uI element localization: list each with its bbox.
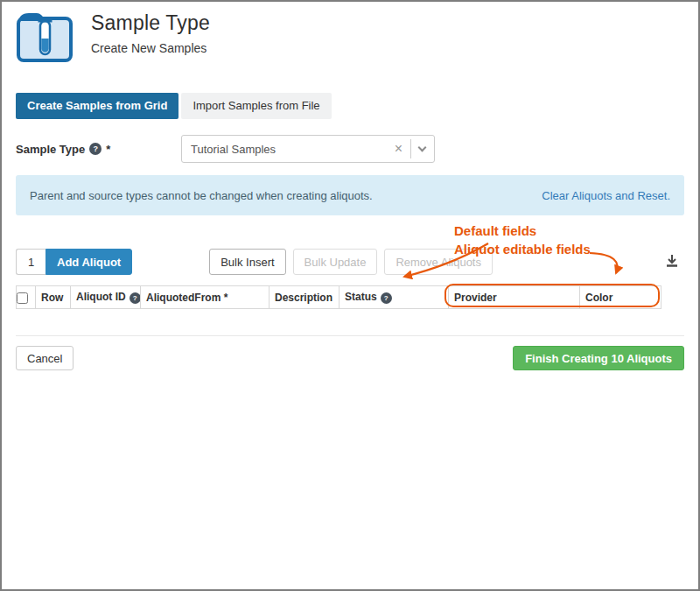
remove-aliquots-button: Remove Aliquots: [384, 249, 493, 275]
cancel-button[interactable]: Cancel: [16, 346, 74, 370]
download-template-button[interactable]: [660, 250, 684, 274]
col-header-from: AliquotedFrom *: [141, 286, 270, 309]
col-header-label: Color: [585, 292, 612, 304]
col-header-prov: Provider: [449, 286, 580, 309]
toolbar: Add Aliquot Bulk Insert Bulk Update Remo…: [16, 249, 684, 275]
col-header-label: Description: [275, 292, 332, 304]
col-header-label: Row: [41, 292, 63, 304]
col-header-label: Provider: [454, 292, 497, 304]
alert-message: Parent and source types cannot be change…: [30, 189, 373, 202]
col-header-status: Status?: [340, 286, 449, 309]
page-title: Sample Type: [91, 11, 210, 35]
help-icon[interactable]: ?: [89, 143, 102, 155]
col-header-color: Color: [580, 286, 662, 309]
col-header-label: Aliquot ID: [76, 291, 126, 303]
finish-creating-aliquots-button[interactable]: Finish Creating 10 Aliquots: [513, 346, 684, 370]
required-marker: *: [106, 143, 110, 156]
col-header-id: Aliquot ID?: [71, 286, 141, 309]
main: Create Samples from Grid Import Samples …: [2, 93, 698, 370]
col-header-select: [17, 286, 36, 309]
bulk-update-button: Bulk Update: [293, 249, 378, 275]
select-separator: [410, 139, 411, 158]
clear-aliquots-reset-link[interactable]: Clear Aliquots and Reset.: [542, 189, 670, 202]
sample-type-form-row: Sample Type ? * Tutorial Samples ×: [16, 135, 684, 163]
sample-type-folder-icon: [16, 10, 74, 64]
tab-create-samples-from-grid[interactable]: Create Samples from Grid: [16, 93, 178, 119]
add-aliquot-button[interactable]: Add Aliquot: [46, 249, 132, 275]
bulk-insert-button[interactable]: Bulk Insert: [209, 249, 285, 275]
titles: Sample Type Create New Samples: [91, 10, 210, 79]
select-all-checkbox[interactable]: [17, 292, 28, 304]
clear-selection-icon[interactable]: ×: [395, 142, 402, 156]
sample-type-select[interactable]: Tutorial Samples ×: [181, 135, 435, 163]
page-subtitle: Create New Samples: [91, 41, 210, 55]
info-alert: Parent and source types cannot be change…: [16, 175, 684, 215]
col-header-desc: Description: [270, 286, 340, 309]
page-footer: Cancel Finish Creating 10 Aliquots: [16, 335, 684, 370]
help-icon[interactable]: ?: [381, 292, 392, 304]
col-header-label: AliquotedFrom: [146, 292, 220, 304]
sample-type-select-value: Tutorial Samples: [191, 143, 395, 156]
aliquot-count-input[interactable]: [16, 249, 46, 275]
page-header: Sample Type Create New Samples: [2, 2, 698, 79]
help-icon[interactable]: ?: [130, 292, 141, 304]
aliquots-grid: RowAliquot ID?AliquotedFrom *Description…: [16, 285, 662, 309]
tabs: Create Samples from Grid Import Samples …: [16, 93, 684, 119]
tab-import-samples-from-file[interactable]: Import Samples from File: [181, 93, 331, 119]
required-marker: *: [220, 292, 228, 304]
table-header-row: RowAliquot ID?AliquotedFrom *Description…: [17, 286, 662, 309]
col-header-label: Status: [345, 291, 377, 303]
sample-type-field-label: Sample Type ? *: [16, 143, 181, 156]
col-header-row: Row: [36, 286, 71, 309]
sample-type-label: Sample Type: [16, 143, 85, 156]
chevron-down-icon[interactable]: [418, 143, 427, 151]
download-icon: [664, 253, 680, 271]
page: Sample Type Create New Samples Create Sa…: [0, 0, 700, 591]
